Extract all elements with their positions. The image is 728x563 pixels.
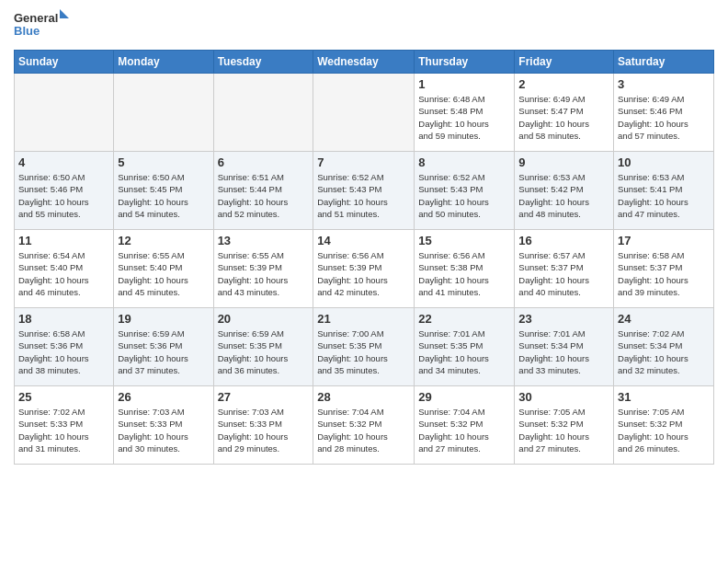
day-info: Sunrise: 6:50 AMSunset: 5:46 PMDaylight:… [18, 171, 109, 220]
calendar-cell: 21Sunrise: 7:00 AMSunset: 5:35 PMDayligh… [313, 308, 415, 386]
weekday-header-wednesday: Wednesday [313, 51, 415, 74]
day-number: 2 [518, 77, 609, 91]
calendar-week-2: 4Sunrise: 6:50 AMSunset: 5:46 PMDaylight… [15, 152, 714, 230]
day-number: 12 [118, 234, 209, 247]
calendar-cell: 25Sunrise: 7:02 AMSunset: 5:33 PMDayligh… [15, 386, 114, 465]
day-info: Sunrise: 6:55 AMSunset: 5:39 PMDaylight:… [218, 249, 310, 298]
day-info: Sunrise: 7:00 AMSunset: 5:35 PMDaylight:… [317, 327, 410, 376]
day-info: Sunrise: 6:58 AMSunset: 5:37 PMDaylight:… [618, 249, 710, 298]
calendar-week-5: 25Sunrise: 7:02 AMSunset: 5:33 PMDayligh… [15, 386, 714, 465]
calendar-cell [213, 74, 313, 152]
calendar-cell [114, 74, 213, 152]
header: General Blue [14, 9, 714, 44]
svg-text:General: General [14, 11, 58, 25]
calendar-cell: 31Sunrise: 7:05 AMSunset: 5:32 PMDayligh… [614, 386, 714, 465]
day-info: Sunrise: 6:50 AMSunset: 5:45 PMDaylight:… [118, 171, 209, 220]
day-info: Sunrise: 7:03 AMSunset: 5:33 PMDaylight:… [118, 406, 209, 454]
calendar-cell: 12Sunrise: 6:55 AMSunset: 5:40 PMDayligh… [114, 230, 213, 308]
calendar-cell: 20Sunrise: 6:59 AMSunset: 5:35 PMDayligh… [213, 308, 313, 386]
day-info: Sunrise: 6:54 AMSunset: 5:40 PMDaylight:… [18, 249, 109, 298]
calendar-week-3: 11Sunrise: 6:54 AMSunset: 5:40 PMDayligh… [15, 230, 714, 308]
calendar-cell: 1Sunrise: 6:48 AMSunset: 5:48 PMDaylight… [415, 74, 515, 152]
day-number: 6 [218, 155, 310, 169]
weekday-header-tuesday: Tuesday [213, 51, 313, 74]
calendar-cell: 13Sunrise: 6:55 AMSunset: 5:39 PMDayligh… [213, 230, 313, 308]
day-number: 1 [418, 77, 510, 91]
page: General Blue SundayMondayTuesdayWednesda… [0, 0, 728, 478]
calendar-cell: 8Sunrise: 6:52 AMSunset: 5:43 PMDaylight… [415, 152, 515, 230]
day-number: 26 [118, 390, 209, 404]
day-info: Sunrise: 6:48 AMSunset: 5:48 PMDaylight:… [418, 93, 510, 142]
day-number: 30 [518, 390, 609, 404]
day-info: Sunrise: 6:55 AMSunset: 5:40 PMDaylight:… [118, 249, 209, 298]
weekday-header-monday: Monday [114, 51, 213, 74]
day-info: Sunrise: 7:01 AMSunset: 5:34 PMDaylight:… [518, 327, 609, 376]
day-number: 8 [418, 155, 510, 169]
day-number: 24 [618, 312, 710, 326]
day-number: 7 [317, 155, 410, 169]
calendar-cell: 14Sunrise: 6:56 AMSunset: 5:39 PMDayligh… [313, 230, 415, 308]
day-info: Sunrise: 7:02 AMSunset: 5:34 PMDaylight:… [618, 327, 710, 376]
calendar-cell: 17Sunrise: 6:58 AMSunset: 5:37 PMDayligh… [614, 230, 714, 308]
weekday-header-saturday: Saturday [614, 51, 714, 74]
calendar-cell: 18Sunrise: 6:58 AMSunset: 5:36 PMDayligh… [15, 308, 114, 386]
calendar-week-4: 18Sunrise: 6:58 AMSunset: 5:36 PMDayligh… [15, 308, 714, 386]
day-number: 15 [418, 234, 510, 247]
day-info: Sunrise: 6:57 AMSunset: 5:37 PMDaylight:… [518, 249, 609, 298]
day-number: 31 [618, 390, 710, 404]
day-info: Sunrise: 7:04 AMSunset: 5:32 PMDaylight:… [317, 406, 410, 454]
calendar-cell: 28Sunrise: 7:04 AMSunset: 5:32 PMDayligh… [313, 386, 415, 465]
day-info: Sunrise: 6:58 AMSunset: 5:36 PMDaylight:… [18, 327, 109, 376]
calendar-cell [313, 74, 415, 152]
day-number: 9 [518, 155, 609, 169]
day-number: 19 [118, 312, 209, 326]
day-info: Sunrise: 6:49 AMSunset: 5:46 PMDaylight:… [618, 93, 710, 142]
calendar-cell: 22Sunrise: 7:01 AMSunset: 5:35 PMDayligh… [415, 308, 515, 386]
calendar-cell: 4Sunrise: 6:50 AMSunset: 5:46 PMDaylight… [15, 152, 114, 230]
calendar-cell: 29Sunrise: 7:04 AMSunset: 5:32 PMDayligh… [415, 386, 515, 465]
day-number: 16 [518, 234, 609, 247]
day-number: 20 [218, 312, 310, 326]
day-number: 22 [418, 312, 510, 326]
calendar-cell: 7Sunrise: 6:52 AMSunset: 5:43 PMDaylight… [313, 152, 415, 230]
day-info: Sunrise: 6:52 AMSunset: 5:43 PMDaylight:… [317, 171, 410, 220]
day-info: Sunrise: 6:56 AMSunset: 5:38 PMDaylight:… [418, 249, 510, 298]
calendar-cell: 27Sunrise: 7:03 AMSunset: 5:33 PMDayligh… [213, 386, 313, 465]
day-number: 27 [218, 390, 310, 404]
calendar-cell: 30Sunrise: 7:05 AMSunset: 5:32 PMDayligh… [515, 386, 614, 465]
day-info: Sunrise: 6:53 AMSunset: 5:41 PMDaylight:… [618, 171, 710, 220]
calendar-cell: 2Sunrise: 6:49 AMSunset: 5:47 PMDaylight… [515, 74, 614, 152]
svg-text:Blue: Blue [14, 24, 40, 38]
day-info: Sunrise: 6:51 AMSunset: 5:44 PMDaylight:… [218, 171, 310, 220]
weekday-header-row: SundayMondayTuesdayWednesdayThursdayFrid… [15, 51, 714, 74]
day-number: 4 [18, 155, 109, 169]
calendar-cell: 15Sunrise: 6:56 AMSunset: 5:38 PMDayligh… [415, 230, 515, 308]
calendar-cell: 16Sunrise: 6:57 AMSunset: 5:37 PMDayligh… [515, 230, 614, 308]
day-info: Sunrise: 6:59 AMSunset: 5:36 PMDaylight:… [118, 327, 209, 376]
day-info: Sunrise: 6:49 AMSunset: 5:47 PMDaylight:… [518, 93, 609, 142]
day-info: Sunrise: 6:53 AMSunset: 5:42 PMDaylight:… [518, 171, 609, 220]
day-number: 11 [18, 234, 109, 247]
calendar-cell: 23Sunrise: 7:01 AMSunset: 5:34 PMDayligh… [515, 308, 614, 386]
calendar-cell: 5Sunrise: 6:50 AMSunset: 5:45 PMDaylight… [114, 152, 213, 230]
day-number: 28 [317, 390, 410, 404]
logo: General Blue [14, 9, 69, 44]
day-info: Sunrise: 7:04 AMSunset: 5:32 PMDaylight:… [418, 406, 510, 454]
svg-marker-2 [60, 9, 69, 18]
weekday-header-friday: Friday [515, 51, 614, 74]
calendar-cell: 9Sunrise: 6:53 AMSunset: 5:42 PMDaylight… [515, 152, 614, 230]
day-info: Sunrise: 7:01 AMSunset: 5:35 PMDaylight:… [418, 327, 510, 376]
calendar-week-1: 1Sunrise: 6:48 AMSunset: 5:48 PMDaylight… [15, 74, 714, 152]
calendar-cell: 3Sunrise: 6:49 AMSunset: 5:46 PMDaylight… [614, 74, 714, 152]
calendar: SundayMondayTuesdayWednesdayThursdayFrid… [14, 50, 714, 465]
weekday-header-thursday: Thursday [415, 51, 515, 74]
day-number: 21 [317, 312, 410, 326]
day-info: Sunrise: 7:02 AMSunset: 5:33 PMDaylight:… [18, 406, 109, 454]
day-number: 25 [18, 390, 109, 404]
day-number: 10 [618, 155, 710, 169]
day-info: Sunrise: 7:05 AMSunset: 5:32 PMDaylight:… [518, 406, 609, 454]
day-info: Sunrise: 6:52 AMSunset: 5:43 PMDaylight:… [418, 171, 510, 220]
calendar-cell: 11Sunrise: 6:54 AMSunset: 5:40 PMDayligh… [15, 230, 114, 308]
calendar-cell: 26Sunrise: 7:03 AMSunset: 5:33 PMDayligh… [114, 386, 213, 465]
day-number: 5 [118, 155, 209, 169]
